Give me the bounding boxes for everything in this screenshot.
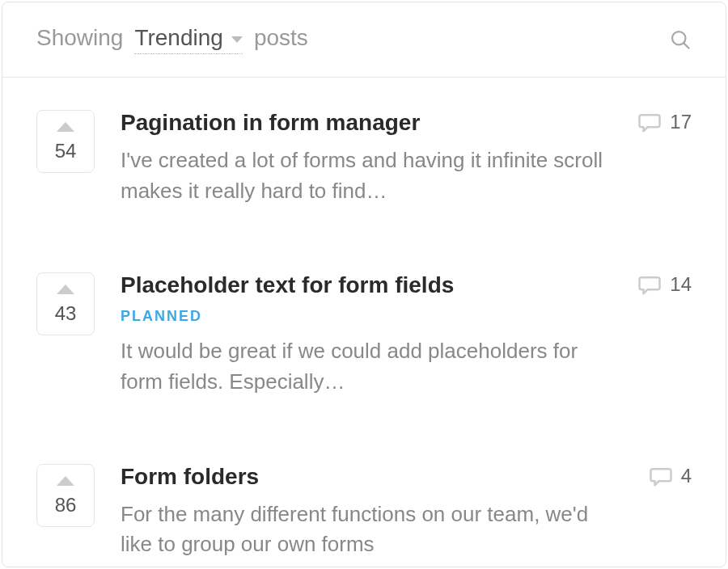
post-list: 54 Pagination in form manager I've creat… (2, 78, 726, 567)
status-badge: PLANNED (121, 308, 612, 325)
filter-text: Showing Trending posts (36, 25, 308, 54)
filter-suffix: posts (254, 25, 308, 51)
post-title[interactable]: Form folders (121, 464, 623, 490)
comment-link[interactable]: 4 (649, 464, 692, 488)
post-title[interactable]: Placeholder text for form fields (121, 272, 612, 298)
upvote-icon (57, 476, 74, 486)
chevron-down-icon (231, 36, 243, 43)
post-excerpt: For the many different functions on our … (121, 499, 623, 560)
filter-value: Trending (134, 25, 222, 51)
comment-link[interactable]: 14 (637, 272, 692, 297)
search-icon (669, 28, 692, 51)
upvote-button[interactable]: 43 (36, 272, 95, 335)
post-item: 86 Form folders For the many different f… (36, 432, 692, 567)
search-button[interactable] (669, 28, 692, 51)
comment-icon (637, 110, 662, 134)
upvote-button[interactable]: 54 (36, 110, 95, 173)
post-content: Pagination in form manager I've created … (121, 110, 612, 206)
comment-count: 14 (670, 273, 692, 296)
vote-count: 86 (55, 494, 77, 516)
post-item: 43 Placeholder text for form fields PLAN… (36, 240, 692, 431)
filter-bar: Showing Trending posts (2, 2, 726, 78)
post-item: 54 Pagination in form manager I've creat… (36, 78, 692, 240)
vote-count: 54 (55, 140, 77, 162)
filter-dropdown[interactable]: Trending (134, 25, 242, 54)
post-excerpt: I've created a lot of forms and having i… (121, 145, 612, 206)
post-title[interactable]: Pagination in form manager (121, 110, 612, 136)
comment-count: 17 (670, 111, 692, 133)
comment-count: 4 (681, 465, 692, 487)
post-content: Placeholder text for form fields PLANNED… (121, 272, 612, 397)
upvote-icon (57, 284, 74, 294)
comment-link[interactable]: 17 (637, 110, 692, 134)
upvote-icon (57, 122, 74, 132)
comment-icon (649, 464, 673, 488)
vote-count: 43 (55, 302, 77, 325)
upvote-button[interactable]: 86 (36, 464, 95, 527)
post-excerpt: It would be great if we could add placeh… (121, 336, 612, 397)
comment-icon (637, 272, 662, 297)
filter-prefix: Showing (36, 25, 123, 51)
svg-line-1 (684, 43, 688, 48)
post-content: Form folders For the many different func… (121, 464, 623, 560)
